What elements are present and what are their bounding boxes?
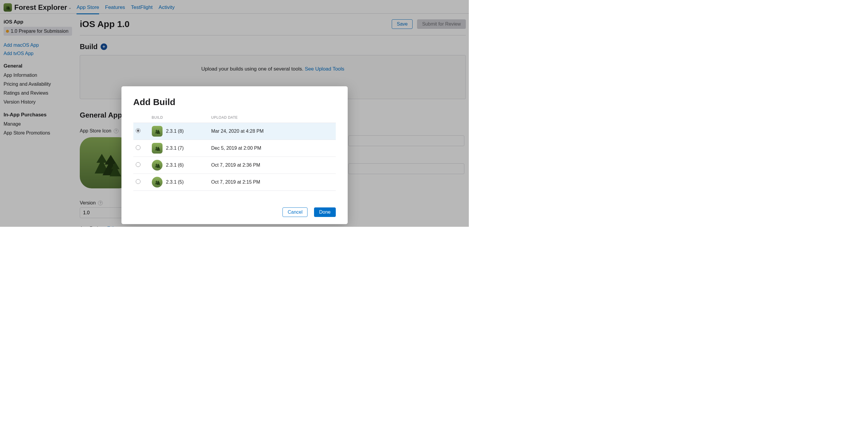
radio-button[interactable] xyxy=(136,179,141,184)
build-date: Mar 24, 2020 at 4:28 PM xyxy=(209,123,336,140)
cancel-button[interactable]: Cancel xyxy=(282,207,308,217)
done-button[interactable]: Done xyxy=(314,207,336,217)
build-version: 2.3.1 (6) xyxy=(166,162,184,168)
radio-button[interactable] xyxy=(136,128,141,133)
build-app-icon xyxy=(152,143,162,154)
build-date: Dec 5, 2019 at 2:00 PM xyxy=(209,140,336,157)
col-build: BUILD xyxy=(149,112,209,123)
build-app-icon xyxy=(152,160,162,170)
build-row[interactable]: 2.3.1 (8)Mar 24, 2020 at 4:28 PM xyxy=(133,123,336,140)
radio-button[interactable] xyxy=(136,145,141,150)
build-table: BUILD UPLOAD DATE 2.3.1 (8)Mar 24, 2020 … xyxy=(133,112,336,191)
build-version: 2.3.1 (5) xyxy=(166,180,184,185)
radio-button[interactable] xyxy=(136,162,141,167)
build-version: 2.3.1 (7) xyxy=(166,145,184,151)
build-row[interactable]: 2.3.1 (6)Oct 7, 2019 at 2:36 PM xyxy=(133,157,336,174)
build-date: Oct 7, 2019 at 2:36 PM xyxy=(209,157,336,174)
col-upload-date: UPLOAD DATE xyxy=(209,112,336,123)
add-build-modal: Add Build BUILD UPLOAD DATE 2.3.1 (8)Mar… xyxy=(121,86,348,224)
modal-title: Add Build xyxy=(133,97,336,107)
build-date: Oct 7, 2019 at 2:15 PM xyxy=(209,174,336,191)
build-row[interactable]: 2.3.1 (5)Oct 7, 2019 at 2:15 PM xyxy=(133,174,336,191)
build-app-icon xyxy=(152,177,162,188)
build-version: 2.3.1 (8) xyxy=(166,129,184,134)
build-row[interactable]: 2.3.1 (7)Dec 5, 2019 at 2:00 PM xyxy=(133,140,336,157)
modal-overlay: Add Build BUILD UPLOAD DATE 2.3.1 (8)Mar… xyxy=(0,0,469,227)
build-app-icon xyxy=(152,126,162,137)
